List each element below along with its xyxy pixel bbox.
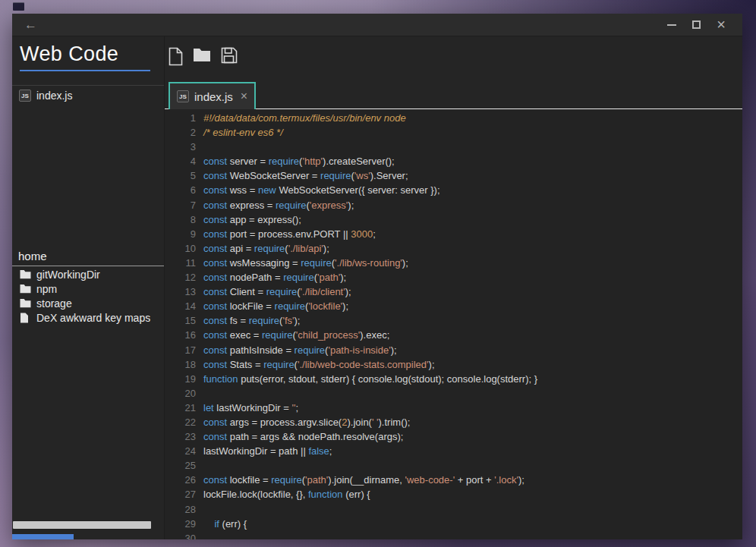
line-content: const args = process.argv.slice(2).join(… (196, 415, 410, 429)
tree-item-label: DeX awkward key maps (36, 312, 150, 324)
code-line: 7const express = require('express'); (165, 198, 742, 212)
line-number: 9 (165, 227, 196, 241)
sidebar-file-indexjs[interactable]: JS index.js (12, 87, 164, 104)
code-line: 28 (165, 502, 742, 517)
line-number: 6 (165, 183, 196, 197)
code-line: 9const port = process.env.PORT || 3000; (165, 227, 742, 241)
code-lines: 1#!/data/data/com.termux/files/usr/bin/e… (165, 111, 742, 539)
sidebar-file-label: index.js (36, 90, 72, 102)
code-line: 11const wsMessaging = require('./lib/ws-… (165, 256, 742, 270)
tree-item-storage[interactable]: storage (12, 296, 164, 310)
line-content: const api = require('./lib/api'); (196, 241, 329, 256)
folder-list: gitWorkingDirnpmstorageDeX awkward key m… (12, 267, 164, 325)
line-number: 12 (165, 270, 196, 285)
web-code-window: ← × Web Code JS index.js home gitWorking… (12, 14, 742, 539)
code-line: 2/* eslint-env es6 */ (165, 125, 742, 140)
window-body: Web Code JS index.js home gitWorkingDirn… (12, 36, 742, 539)
app-title: Web Code (20, 42, 118, 66)
line-content (196, 458, 203, 473)
toolbar (165, 36, 742, 82)
line-content: const fs = require('fs'); (196, 313, 300, 328)
code-line: 15const fs = require('fs'); (165, 313, 742, 328)
sidebar: Web Code JS index.js home gitWorkingDirn… (12, 36, 165, 539)
line-number: 11 (165, 256, 196, 270)
code-line: 17const pathIsInside = require('path-is-… (165, 343, 742, 357)
line-content: const server = require('http').createSer… (196, 154, 395, 168)
line-number: 18 (165, 357, 196, 372)
code-line: 27lockFile.lock(lockfile, {}, function (… (165, 487, 742, 501)
line-number: 28 (165, 502, 196, 517)
tree-item-label: storage (36, 297, 72, 310)
folder-icon (20, 284, 31, 294)
code-line: 19function puts(error, stdout, stderr) {… (165, 372, 742, 386)
code-line: 6const wss = new WebSocketServer({ serve… (165, 183, 742, 197)
line-content: /* eslint-env es6 */ (196, 125, 283, 140)
line-number: 17 (165, 343, 196, 357)
line-number: 8 (165, 212, 196, 227)
tab-close-icon[interactable]: × (241, 90, 247, 102)
line-content: const lockFile = require('lockfile'); (196, 299, 348, 313)
line-number: 1 (165, 111, 196, 125)
code-line: 10const api = require('./lib/api'); (165, 241, 742, 256)
line-number: 23 (165, 429, 196, 444)
line-number: 10 (165, 241, 196, 256)
line-content: const path = args && nodePath.resolve(ar… (196, 429, 403, 444)
line-content: const exec = require('child_process').ex… (196, 328, 389, 342)
line-content: const express = require('express'); (196, 198, 354, 212)
line-number: 3 (165, 140, 196, 154)
tab-bar: JS index.js × (165, 82, 742, 109)
file-icon (20, 313, 31, 323)
line-content (196, 140, 203, 154)
code-line: 16const exec = require('child_process').… (165, 328, 742, 342)
folder-icon (20, 298, 31, 308)
line-content: const WebSocketServer = require('ws').Se… (196, 168, 408, 183)
code-line: 25 (165, 458, 742, 473)
line-content: const nodePath = require('path'); (196, 270, 346, 285)
sidebar-horizontal-scrollbar[interactable] (13, 521, 151, 529)
line-content: const wss = new WebSocketServer({ server… (196, 183, 440, 197)
line-content: const app = express(); (196, 212, 301, 227)
save-button[interactable] (221, 47, 238, 64)
line-number: 7 (165, 198, 196, 212)
taskbar-icon[interactable] (13, 2, 24, 11)
line-number: 5 (165, 168, 196, 183)
code-line: 14const lockFile = require('lockfile'); (165, 299, 742, 313)
folder-icon (20, 269, 31, 279)
tree-item-dex-awkward-key-maps[interactable]: DeX awkward key maps (12, 310, 164, 325)
code-editor[interactable]: 1#!/data/data/com.termux/files/usr/bin/e… (165, 109, 742, 539)
tree-item-npm[interactable]: npm (12, 281, 164, 296)
bottom-accent-bar (12, 534, 74, 539)
line-content: const port = process.env.PORT || 3000; (196, 227, 376, 241)
line-number: 27 (165, 487, 196, 501)
js-file-icon: JS (19, 90, 31, 102)
code-line: 3 (165, 140, 742, 154)
line-content: if (err) { (196, 517, 247, 531)
tree-item-label: npm (36, 283, 57, 295)
home-separator (12, 266, 164, 266)
code-line: 12const nodePath = require('path'); (165, 270, 742, 285)
line-content: const lockfile = require('path').join(__… (196, 473, 524, 487)
maximize-button[interactable] (692, 20, 701, 29)
back-button[interactable]: ← (24, 18, 37, 31)
code-line: 23const path = args && nodePath.resolve(… (165, 429, 742, 444)
line-content: #!/data/data/com.termux/files/usr/bin/en… (196, 111, 406, 125)
line-number: 14 (165, 299, 196, 313)
close-button[interactable]: × (717, 20, 726, 29)
line-number: 30 (165, 531, 196, 539)
new-file-button[interactable] (169, 47, 183, 66)
line-content: const wsMessaging = require('./lib/ws-ro… (196, 256, 408, 270)
open-folder-button[interactable] (193, 47, 211, 62)
tree-item-gitworkingdir[interactable]: gitWorkingDir (12, 267, 164, 281)
tab-indexjs[interactable]: JS index.js × (169, 82, 256, 109)
code-line: 1#!/data/data/com.termux/files/usr/bin/e… (165, 111, 742, 125)
line-number: 20 (165, 386, 196, 401)
code-line: 4const server = require('http').createSe… (165, 154, 742, 168)
main-area: JS index.js × 1#!/data/data/com.termux/f… (165, 36, 742, 539)
window-controls: × (667, 20, 742, 29)
line-content (196, 386, 203, 401)
tab-label: index.js (194, 90, 233, 103)
minimize-button[interactable] (667, 24, 676, 26)
folder-header-home[interactable]: home (12, 250, 164, 265)
line-number: 15 (165, 313, 196, 328)
code-line: 26const lockfile = require('path').join(… (165, 473, 742, 487)
